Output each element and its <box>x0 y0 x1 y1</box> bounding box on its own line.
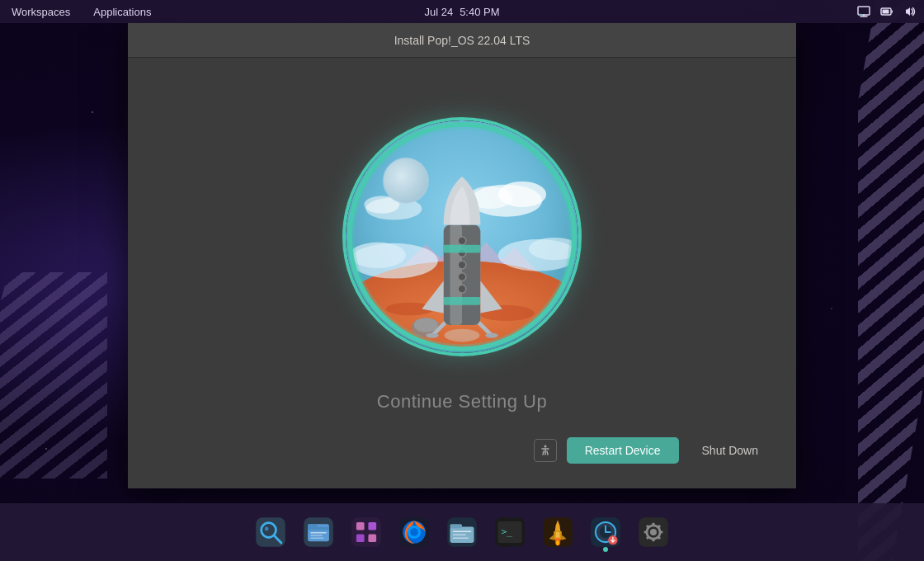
restart-device-button[interactable]: Restart Device <box>567 437 679 464</box>
rocket-area <box>153 82 771 391</box>
battery-icon[interactable] <box>879 4 894 19</box>
topbar-center: Jul 24 5:40 PM <box>424 6 499 18</box>
svg-point-1 <box>860 14 861 16</box>
topbar-date: Jul 24 <box>424 6 453 18</box>
volume-icon[interactable] <box>903 4 917 19</box>
svg-text:>_: >_ <box>502 526 513 537</box>
svg-rect-56 <box>356 522 365 530</box>
dock-pop-shop[interactable] <box>345 511 388 554</box>
dock-installer[interactable] <box>536 511 579 554</box>
window-title: Install Pop!_OS 22.04 LTS <box>394 34 530 47</box>
svg-rect-3 <box>892 11 893 13</box>
svg-rect-59 <box>368 534 376 542</box>
svg-point-32 <box>458 261 466 269</box>
dock-files-app[interactable] <box>297 511 340 554</box>
svg-point-24 <box>445 329 480 342</box>
svg-point-63 <box>410 528 418 536</box>
svg-rect-58 <box>356 534 365 542</box>
svg-rect-52 <box>310 532 326 534</box>
svg-point-33 <box>458 273 466 281</box>
shutdown-button[interactable]: Shut Down <box>689 437 771 464</box>
stripe-right-decoration <box>858 0 924 561</box>
window-titlebar: Install Pop!_OS 22.04 LTS <box>128 23 796 58</box>
svg-rect-68 <box>453 534 466 535</box>
svg-rect-88 <box>652 538 654 541</box>
topbar: Workspaces Applications Jul 24 5:40 PM <box>0 0 924 23</box>
stripe-left-decoration <box>0 272 107 478</box>
svg-rect-0 <box>858 7 870 15</box>
svg-rect-4 <box>883 10 889 14</box>
svg-rect-87 <box>652 523 654 526</box>
svg-rect-54 <box>310 537 323 539</box>
window-footer: Restart Device Shut Down <box>153 429 771 464</box>
topbar-right <box>856 4 917 19</box>
dock-privacy-cleaner[interactable] <box>584 511 627 554</box>
dock-terminal[interactable]: >_ <box>488 511 531 554</box>
svg-rect-51 <box>308 524 317 528</box>
rocket-illustration <box>342 117 582 356</box>
svg-point-77 <box>556 540 559 545</box>
svg-point-34 <box>458 285 466 293</box>
svg-point-26 <box>485 333 498 338</box>
accessibility-icon-button[interactable] <box>534 439 557 462</box>
topbar-left: Workspaces Applications <box>7 4 156 20</box>
svg-rect-53 <box>310 535 323 536</box>
svg-rect-89 <box>644 530 648 533</box>
svg-rect-90 <box>659 530 662 533</box>
svg-point-47 <box>265 527 269 531</box>
svg-point-86 <box>650 529 657 535</box>
svg-rect-69 <box>453 537 469 539</box>
svg-point-43 <box>544 446 546 448</box>
svg-rect-57 <box>368 522 376 530</box>
taskbar: >_ <box>0 503 924 561</box>
dock-firefox[interactable] <box>393 511 436 554</box>
svg-rect-35 <box>444 245 481 253</box>
svg-point-23 <box>414 318 438 332</box>
topbar-time: 5:40 PM <box>460 6 499 18</box>
svg-rect-36 <box>444 297 481 305</box>
svg-point-25 <box>426 333 439 338</box>
dock-settings[interactable] <box>632 511 675 554</box>
applications-button[interactable]: Applications <box>88 4 156 20</box>
dock-search-app[interactable] <box>249 511 292 554</box>
svg-point-38 <box>350 243 406 268</box>
window-content: Continue Setting Up Restart Device Shut … <box>128 58 796 488</box>
svg-rect-66 <box>450 524 462 528</box>
workspaces-button[interactable]: Workspaces <box>7 4 75 20</box>
svg-rect-67 <box>453 530 472 532</box>
svg-rect-55 <box>351 517 381 547</box>
svg-point-30 <box>458 237 466 245</box>
continue-setting-up-label: Continue Setting Up <box>377 391 547 412</box>
screen-cast-icon[interactable] <box>856 4 871 19</box>
dock-file-manager[interactable] <box>441 511 483 554</box>
installer-window: Install Pop!_OS 22.04 LTS <box>128 23 796 488</box>
